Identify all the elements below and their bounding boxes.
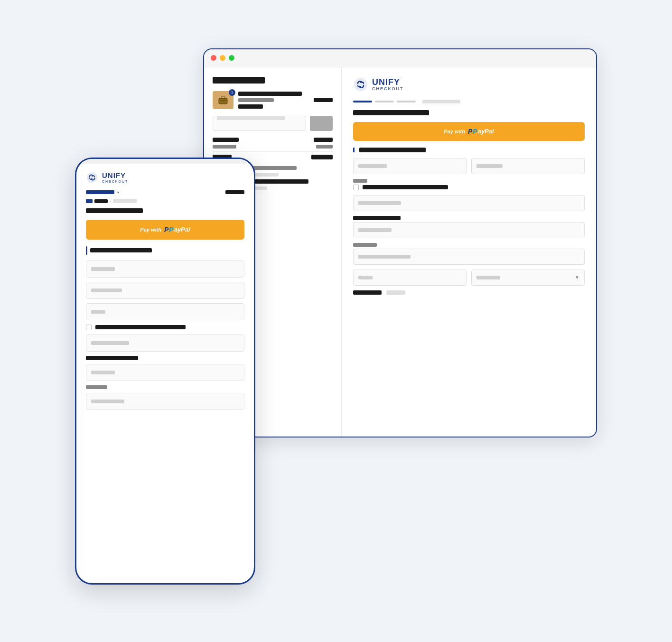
coupon-row <box>213 116 333 131</box>
first-name-field[interactable] <box>353 158 467 174</box>
item-price <box>238 104 263 109</box>
svg-point-4 <box>87 172 97 182</box>
cart-item-image: 1 <box>213 91 233 109</box>
cart-badge: 1 <box>229 89 235 96</box>
mobile-header: UNIFY CHECKOUT <box>86 171 244 184</box>
item-variant <box>238 98 274 102</box>
cart-item-details <box>238 92 309 109</box>
cart-title <box>213 77 265 84</box>
mobile-nav-left: ▾ <box>86 190 119 195</box>
mobile-section-title <box>86 208 143 213</box>
order-summary <box>213 138 333 159</box>
maximize-dot[interactable] <box>229 55 234 61</box>
field-label <box>353 179 367 183</box>
subtotal-row <box>213 138 333 142</box>
last-name-field[interactable] <box>471 158 585 174</box>
logo-icon <box>353 77 368 92</box>
mobile-phone: UNIFY CHECKOUT ▾ › <box>75 158 255 585</box>
nav-link-text[interactable] <box>86 190 114 194</box>
unify-logo: UNIFY CHECKOUT <box>353 77 585 92</box>
breadcrumb-label1 <box>94 199 108 203</box>
browser-titlebar <box>204 49 596 67</box>
address1-field[interactable] <box>353 195 585 211</box>
dropdown-chevron: ▾ <box>117 190 119 195</box>
mobile-paypal-button[interactable]: Pay with PPayPal <box>86 220 244 240</box>
city-field[interactable] <box>353 222 585 238</box>
breadcrumb-label2 <box>113 199 137 203</box>
mobile-zip-field[interactable] <box>86 393 244 410</box>
desktop-browser: 1 <box>203 48 597 437</box>
zip-field[interactable] <box>353 270 467 286</box>
svg-rect-0 <box>219 98 227 104</box>
mobile-phone-field[interactable] <box>86 282 244 299</box>
minimize-dot[interactable] <box>220 55 225 61</box>
mobile-logo-text-group: UNIFY CHECKOUT <box>102 171 128 183</box>
mobile-checkbox-row <box>86 325 244 330</box>
phone-content: UNIFY CHECKOUT ▾ › <box>76 164 254 583</box>
progress-step-2 <box>375 101 394 102</box>
progress-step-1 <box>353 101 372 102</box>
checkout-progress <box>353 100 585 103</box>
section-indicator <box>86 246 87 255</box>
address2-field[interactable] <box>353 249 585 265</box>
mobile-section-label <box>90 248 152 252</box>
mobile-address1-field[interactable] <box>86 335 244 352</box>
browser-content: 1 <box>204 67 596 437</box>
dropdown-arrow: ▼ <box>575 275 579 280</box>
state-label <box>353 243 377 247</box>
paypal-logo-mobile: PPayPal <box>164 226 190 233</box>
mobile-nav-row: ▾ <box>86 190 244 195</box>
mobile-logo-main: UNIFY <box>102 171 126 179</box>
coupon-apply-btn[interactable] <box>310 116 333 131</box>
briefcase-icon <box>217 96 229 104</box>
paypal-btn-label: Pay with <box>140 227 161 233</box>
mobile-divider-section <box>86 246 244 255</box>
logo-sub-text: CHECKOUT <box>372 86 404 91</box>
mobile-email-field[interactable] <box>86 261 244 278</box>
same-address-checkbox-row <box>353 185 585 190</box>
same-address-label <box>363 185 448 189</box>
last-label <box>353 290 382 295</box>
phone-notch <box>76 159 254 164</box>
mobile-breadcrumb: › <box>86 199 244 204</box>
close-dot[interactable] <box>211 55 216 61</box>
contact-heading <box>353 110 429 115</box>
item-total <box>314 98 333 102</box>
logo-main-text: UNIFY <box>372 78 404 86</box>
logo-text: UNIFY CHECKOUT <box>372 78 404 91</box>
desktop-right-panel: UNIFY CHECKOUT <box>342 67 596 437</box>
cart-item-row: 1 <box>213 91 333 109</box>
mobile-field-label2 <box>86 356 138 360</box>
svg-point-3 <box>354 78 367 91</box>
mobile-city-field[interactable] <box>86 303 244 320</box>
scene: 1 <box>75 48 597 594</box>
coupon-input[interactable] <box>213 116 306 131</box>
state-select[interactable]: ▼ <box>471 270 585 286</box>
breadcrumb-step1 <box>86 199 93 203</box>
mobile-logo-icon <box>86 171 98 184</box>
mobile-field-label3 <box>86 385 107 389</box>
login-link[interactable] <box>225 190 244 194</box>
paypal-logo: PPayPal <box>468 128 494 135</box>
item-name <box>238 92 302 96</box>
name-row <box>353 158 585 174</box>
city-label <box>353 216 401 220</box>
breadcrumb-arrow: › <box>110 199 111 204</box>
mobile-logo-sub: CHECKOUT <box>102 180 128 183</box>
paypal-button[interactable]: Pay with PPayPal <box>353 122 585 141</box>
shipping-row <box>213 145 333 149</box>
shipping-section-label <box>353 148 585 152</box>
progress-step-3 <box>397 101 416 102</box>
paypal-btn-text: Pay with <box>444 129 465 134</box>
shipping-label-text <box>359 148 426 152</box>
zip-state-row: ▼ <box>353 270 585 286</box>
mobile-checkbox[interactable] <box>86 325 92 330</box>
mobile-address2-field[interactable] <box>86 364 244 381</box>
mobile-checkbox-label <box>95 325 186 329</box>
last-value <box>386 290 405 295</box>
paypal-btn-content: Pay with PPayPal <box>140 226 190 233</box>
same-address-checkbox[interactable] <box>353 185 359 190</box>
